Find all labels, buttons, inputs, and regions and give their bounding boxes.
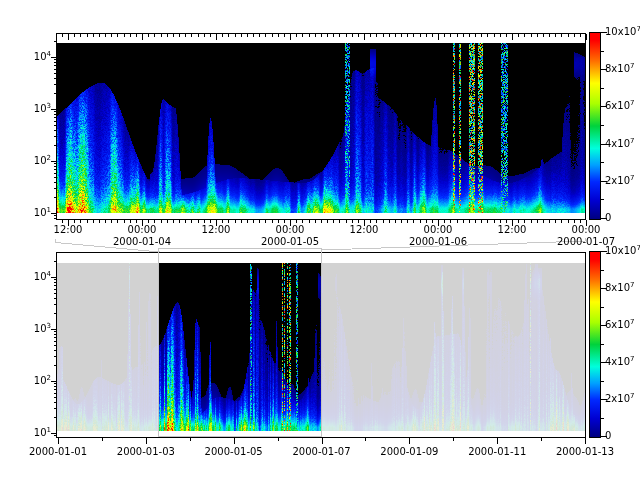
detail-colorbar-tick-label: 4x107: [605, 138, 634, 150]
detail-y-tick-label: 104: [5, 51, 51, 63]
spectrogram-figure: 12:0000:002000-01-0412:0000:002000-01-05…: [0, 0, 640, 480]
overview-colorbar-tick-label: 0: [605, 430, 611, 442]
overview-x-tick-label: 2000-01-07: [292, 446, 350, 458]
detail-x-tick-label: 12:00: [498, 224, 527, 236]
overview-y-tick-label: 103: [5, 323, 51, 335]
overview-y-tick-label: 101: [5, 427, 51, 439]
detail-colorbar-tick-label: 2x107: [605, 175, 634, 187]
detail-heatmap-canvas[interactable]: [57, 43, 585, 213]
detail-colorbar-tick-label: 8x107: [605, 63, 634, 75]
detail-x-date-label: 2000-01-06: [409, 236, 467, 248]
overview-x-tick-label: 2000-01-09: [380, 446, 438, 458]
overview-x-tick-label: 2000-01-05: [205, 446, 263, 458]
detail-y-tick-label: 101: [5, 207, 51, 219]
zoom-selection-box[interactable]: [158, 248, 322, 437]
overview-colorbar-tick-label: 4x107: [605, 356, 634, 368]
overview-x-tick-label: 2000-01-03: [117, 446, 175, 458]
detail-x-tick-label: 12:00: [54, 224, 83, 236]
detail-colorbar-tick-label: 6x107: [605, 100, 634, 112]
detail-x-date-label: 2000-01-04: [113, 236, 171, 248]
detail-colorbar: [589, 32, 601, 220]
overview-colorbar: [589, 251, 601, 438]
detail-y-tick-label: 102: [5, 155, 51, 167]
overview-colorbar-tick-label: 8x107: [605, 282, 634, 294]
detail-colorbar-tick-label: 10x107: [605, 26, 640, 38]
detail-x-tick-label: 00:00: [424, 224, 453, 236]
overview-x-tick-label: 2000-01-01: [29, 446, 87, 458]
detail-x-tick-label: 12:00: [350, 224, 379, 236]
overview-y-tick-label: 102: [5, 375, 51, 387]
overview-colorbar-tick-label: 10x107: [605, 245, 640, 257]
overview-colorbar-tick-label: 2x107: [605, 393, 634, 405]
overview-x-tick-label: 2000-01-11: [468, 446, 526, 458]
overview-y-tick-label: 104: [5, 271, 51, 283]
detail-x-tick-label: 00:00: [572, 224, 601, 236]
detail-x-tick-label: 00:00: [128, 224, 157, 236]
detail-colorbar-tick-label: 0: [605, 212, 611, 224]
overview-colorbar-tick-label: 6x107: [605, 319, 634, 331]
detail-x-tick-label: 12:00: [202, 224, 231, 236]
detail-x-tick-label: 00:00: [276, 224, 305, 236]
detail-y-tick-label: 103: [5, 103, 51, 115]
overview-x-tick-label: 2000-01-13: [556, 446, 614, 458]
detail-x-date-label: 2000-01-05: [261, 236, 319, 248]
